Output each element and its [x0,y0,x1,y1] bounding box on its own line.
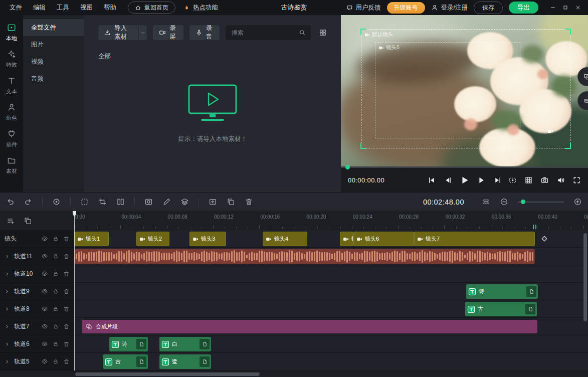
record-screen-button[interactable]: 录屏 [153,25,183,40]
marquee-select-icon[interactable] [80,198,89,206]
track-expand-icon[interactable] [5,359,10,364]
visibility-toggle-icon[interactable] [41,323,48,330]
lock-toggle-icon[interactable] [53,341,59,347]
edit-icon[interactable] [162,198,171,206]
menu-help[interactable]: 帮助 [98,0,122,15]
clip-text[interactable]: 诗 [466,284,538,299]
sidebar-item-local[interactable]: 本地 [0,19,23,46]
clip-text[interactable]: 鹭 [159,354,211,369]
clip-video[interactable]: 镜头5 [340,232,353,246]
split-icon[interactable] [116,198,125,206]
clip-compound[interactable]: 合成片段 [82,320,537,333]
zoom-in-icon[interactable] [573,198,582,206]
clip-video[interactable]: 镜头4 [263,232,307,246]
crop-icon[interactable] [98,198,107,206]
sidebar-item-plugin[interactable]: 插件 [0,125,23,152]
freeze-frame-icon[interactable] [209,198,217,206]
category-audio[interactable]: 音频 [23,70,84,87]
seek-knob[interactable] [345,165,350,169]
import-dropdown-arrow[interactable] [138,25,147,40]
track-expand-icon[interactable] [5,306,10,312]
vertical-scrollbar[interactable] [583,233,587,321]
zoom-slider-knob[interactable] [521,200,525,204]
voiceover-record-icon[interactable] [52,198,61,206]
layers-icon[interactable] [180,198,189,206]
fit-timeline-icon[interactable] [482,198,490,206]
lock-toggle-icon[interactable] [53,288,59,294]
mask-icon[interactable] [144,198,153,206]
lock-toggle-icon[interactable] [53,271,59,277]
category-videos[interactable]: 视频 [23,53,84,70]
delete-track-icon[interactable] [63,306,70,312]
prev-frame-icon[interactable] [443,176,452,184]
delete-track-icon[interactable] [63,236,70,242]
track-expand-icon[interactable] [5,341,10,347]
track-expand-icon[interactable] [5,289,10,294]
zoom-slider[interactable] [518,202,564,203]
delete-track-icon[interactable] [63,358,70,365]
fullscreen-icon[interactable] [572,176,581,184]
search-box[interactable] [226,25,311,40]
sidebar-item-text[interactable]: 文本 [0,72,23,99]
category-images[interactable]: 图片 [23,36,84,53]
play-button[interactable] [459,175,470,185]
menu-tools[interactable]: 工具 [51,0,75,15]
save-button[interactable]: 保存 [474,2,503,14]
menu-view[interactable]: 视图 [75,0,98,15]
undo-icon[interactable] [6,198,15,206]
skip-end-icon[interactable] [493,176,502,184]
horizontal-scrollbar[interactable] [75,372,260,376]
visibility-toggle-icon[interactable] [41,358,48,365]
keyframe-diamond-icon[interactable] [540,235,548,243]
track-lane[interactable]: 古 [74,300,588,318]
import-media-button[interactable]: 导入素材 [98,25,147,40]
visibility-toggle-icon[interactable] [41,253,48,260]
track-lane[interactable]: 古鹭 [74,353,588,370]
preview-stage[interactable]: 默认镜头 镜头5 [341,15,588,166]
track-expand-icon[interactable] [5,271,10,277]
visibility-toggle-icon[interactable] [41,235,48,242]
delete-track-icon[interactable] [63,288,70,295]
clip-effect-badge[interactable] [136,356,146,367]
track-lane[interactable] [74,265,588,283]
clip-effect-badge[interactable] [200,339,210,349]
track-lane[interactable]: 诗 [74,283,588,300]
search-input[interactable] [231,29,295,37]
delete-icon[interactable] [245,198,253,206]
copy-icon[interactable] [227,198,235,206]
playhead[interactable] [74,211,75,370]
clip-video[interactable]: 镜头1 [74,232,109,246]
clip-video[interactable]: 镜头2 [136,232,169,246]
track-manage-icon[interactable] [7,217,15,225]
clip-effect-badge[interactable] [200,356,210,367]
track-lane[interactable]: 合成片段 [74,318,588,335]
menu-edit[interactable]: 编辑 [28,0,51,15]
grid-overlay-icon[interactable] [524,176,533,184]
clip-effect-badge[interactable] [526,286,536,297]
clip-video[interactable]: 镜头3 [189,232,226,246]
track-expand-icon[interactable] [5,324,10,329]
clip-text[interactable]: 古 [103,354,148,369]
category-all-files[interactable]: 全部文件 [23,19,84,36]
clip-text[interactable]: 白 [159,337,211,351]
clip-video[interactable]: 镜头6 [353,232,414,246]
track-lane[interactable]: 镜头1镜头2镜头3镜头4镜头5镜头6镜头7 [74,230,588,248]
clip-effect-badge[interactable] [136,339,146,349]
lock-toggle-icon[interactable] [53,358,59,364]
home-button[interactable]: 返回首页 [128,2,175,14]
visibility-toggle-icon[interactable] [41,340,48,347]
clip-video[interactable]: 镜头7 [414,232,535,246]
hot-features-button[interactable]: 热点功能 [183,4,218,12]
track-lane[interactable]: 诗白 [74,335,588,353]
login-button[interactable]: 登录/注册 [431,4,468,12]
menu-file[interactable]: 文件 [4,0,28,15]
next-frame-icon[interactable] [477,176,486,184]
close-button[interactable] [571,2,584,14]
view-mode-icon[interactable] [319,29,327,37]
lock-toggle-icon[interactable] [53,323,59,329]
minimize-button[interactable] [546,2,559,14]
sidebar-item-character[interactable]: 角色 [0,99,23,125]
sidebar-item-effects[interactable]: 特效 [0,46,23,72]
seek-bar[interactable] [341,166,588,168]
clip-audio[interactable] [74,249,535,264]
